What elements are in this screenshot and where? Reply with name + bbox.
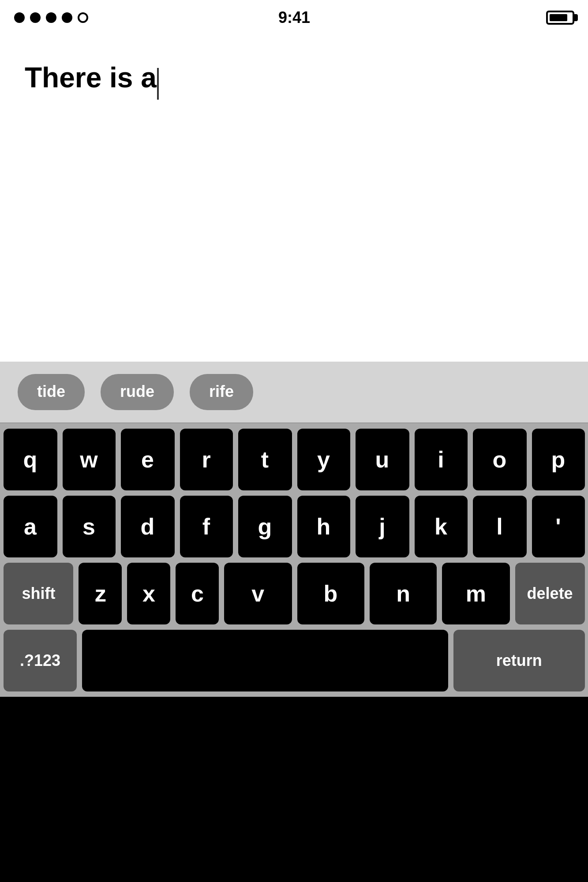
key-row-1: q w e r t y u i o p	[0, 429, 588, 490]
key-p[interactable]: p	[532, 429, 585, 490]
key-s[interactable]: s	[62, 496, 116, 557]
key-n[interactable]: n	[370, 563, 437, 624]
key-m[interactable]: m	[442, 563, 510, 624]
text-content: There is a	[25, 62, 157, 93]
key-z[interactable]: z	[79, 563, 122, 624]
key-vb: v b	[224, 563, 364, 624]
signal-dot-3	[46, 12, 56, 23]
signal-dot-2	[30, 12, 41, 23]
key-w[interactable]: w	[62, 429, 116, 490]
key-c[interactable]: c	[176, 563, 219, 624]
key-r[interactable]: r	[180, 429, 233, 490]
status-time: 9:41	[278, 8, 310, 27]
signal-dot-5	[78, 12, 88, 23]
key-i[interactable]: i	[414, 429, 468, 490]
key-numbers[interactable]: .?123	[4, 630, 77, 691]
key-f[interactable]: f	[180, 496, 233, 557]
key-row-2: a s d f g h j k l '	[0, 496, 588, 557]
key-y[interactable]: y	[297, 429, 350, 490]
key-zxc: z x c	[79, 563, 219, 624]
key-h[interactable]: h	[297, 496, 350, 557]
status-bar: 9:41	[0, 0, 588, 35]
key-d[interactable]: d	[121, 496, 174, 557]
autocomplete-word-tide[interactable]: tide	[18, 374, 85, 410]
autocomplete-bar: tide rude rife	[0, 362, 588, 423]
key-l[interactable]: l	[473, 496, 526, 557]
key-t[interactable]: t	[238, 429, 292, 490]
key-row-4: .?123 return	[0, 630, 588, 691]
key-shift[interactable]: shift	[4, 563, 74, 624]
autocomplete-word-rife[interactable]: rife	[190, 374, 253, 410]
text-area[interactable]: There is a	[0, 35, 588, 362]
key-space[interactable]	[82, 630, 448, 691]
signal-dot-1	[14, 12, 25, 23]
text-cursor	[157, 68, 159, 100]
key-q[interactable]: q	[4, 429, 57, 490]
key-o[interactable]: o	[473, 429, 526, 490]
key-a[interactable]: a	[4, 496, 57, 557]
keyboard: q w e r t y u i o p a s d f g h j k l ' …	[0, 423, 588, 697]
battery-fill	[550, 14, 568, 21]
key-nm: n m	[370, 563, 510, 624]
signal-dot-4	[62, 12, 72, 23]
key-apostrophe[interactable]: '	[532, 496, 585, 557]
key-g[interactable]: g	[238, 496, 292, 557]
key-k[interactable]: k	[414, 496, 468, 557]
key-u[interactable]: u	[356, 429, 409, 490]
key-b[interactable]: b	[297, 563, 364, 624]
key-x[interactable]: x	[127, 563, 171, 624]
battery-icon	[546, 11, 574, 25]
key-j[interactable]: j	[356, 496, 409, 557]
key-e[interactable]: e	[121, 429, 174, 490]
signal-indicators	[14, 12, 88, 23]
key-v[interactable]: v	[224, 563, 292, 624]
key-return[interactable]: return	[453, 630, 585, 691]
key-delete[interactable]: delete	[515, 563, 585, 624]
keyboard-container: tide rude rife q w e r t y u i o p a s d…	[0, 362, 588, 697]
autocomplete-word-rude[interactable]: rude	[101, 374, 174, 410]
key-row-3: shift z x c v b n m delete	[0, 563, 588, 624]
